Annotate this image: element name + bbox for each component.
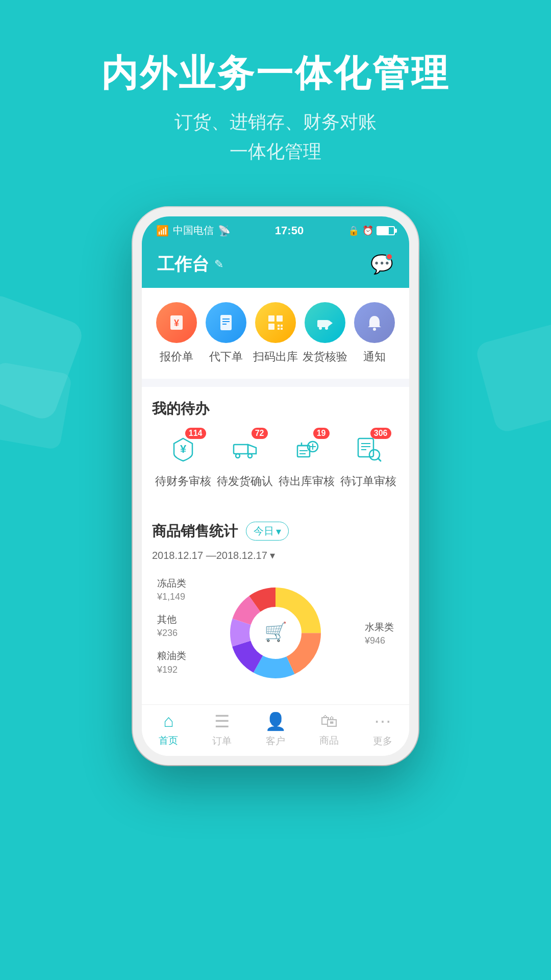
task-delivery-wrap: 72	[227, 431, 263, 467]
action-notify[interactable]: 通知	[349, 302, 399, 364]
svg-rect-13	[317, 320, 329, 327]
task-finance-wrap: ¥ 114	[165, 431, 201, 467]
task-order-review[interactable]: 306 待订单审核	[340, 431, 396, 489]
phone-inner: 📶 中国电信 📡 17:50 🔒 ⏰ 工作台 ✎	[142, 216, 409, 756]
app-header: 工作台 ✎ 💬	[142, 243, 409, 288]
carrier-name: 中国电信	[173, 224, 214, 237]
action-scan[interactable]: 扫码出库	[251, 302, 300, 364]
finance-badge: 114	[185, 428, 206, 439]
task-warehouse[interactable]: 19 待出库审核	[279, 431, 335, 489]
nav-products[interactable]: 🛍 商品	[302, 711, 356, 748]
date-filter-button[interactable]: 今日 ▾	[246, 522, 289, 541]
order-icon	[206, 302, 246, 343]
svg-rect-31	[358, 438, 373, 457]
svg-text:🛒: 🛒	[264, 621, 287, 643]
signal-icon: 📶	[156, 225, 169, 237]
nav-orders[interactable]: ☰ 订单	[195, 711, 249, 748]
fruit-label: 水果类¥946	[365, 621, 394, 648]
app-title-area: 工作台 ✎	[157, 253, 223, 276]
chart-labels-left: 冻品类¥1,149 其他¥236 粮油类¥192	[157, 577, 186, 677]
chevron-down-icon-2: ▾	[270, 550, 275, 561]
task-order-review-wrap: 306	[350, 431, 386, 467]
svg-rect-2	[220, 315, 232, 330]
lock-icon: 🔒	[348, 225, 359, 236]
finance-label: 待财务审核	[155, 474, 211, 489]
scan-label: 扫码出库	[253, 349, 298, 364]
products-icon: 🛍	[320, 711, 338, 731]
frozen-label: 冻品类¥1,149	[157, 577, 186, 604]
grain-label: 粮油类¥192	[157, 649, 186, 676]
action-quotation[interactable]: ¥ 报价单	[152, 302, 202, 364]
home-label: 首页	[159, 734, 178, 747]
svg-text:¥: ¥	[180, 443, 186, 455]
delivery-badge: 72	[252, 428, 268, 439]
status-time: 17:50	[275, 224, 304, 237]
home-icon: ⌂	[163, 711, 174, 731]
action-ship[interactable]: 发货核验	[300, 302, 349, 364]
svg-rect-10	[281, 325, 283, 327]
nav-more[interactable]: ⋯ 更多	[356, 711, 409, 748]
order-label: 代下单	[209, 349, 243, 364]
header-section: 内外业务一体化管理 订货、进销存、财务对账 一体化管理	[0, 0, 551, 197]
alarm-icon: ⏰	[362, 225, 373, 236]
date-range-text: 2018.12.17 —2018.12.17 ▾	[152, 549, 275, 561]
svg-line-36	[378, 458, 381, 461]
products-label: 商品	[319, 734, 339, 747]
svg-marker-14	[329, 320, 333, 326]
tasks-grid: ¥ 114 待财务审核	[152, 431, 399, 489]
svg-rect-19	[234, 445, 248, 454]
task-warehouse-wrap: 19	[289, 431, 324, 467]
svg-marker-20	[248, 445, 256, 454]
chat-button[interactable]: 💬	[369, 252, 394, 277]
main-title: 内外业务一体化管理	[0, 51, 551, 95]
svg-point-16	[325, 327, 328, 330]
customers-icon: 👤	[265, 711, 286, 731]
battery-icon	[377, 226, 395, 235]
donut-svg: 🛒	[224, 582, 327, 684]
action-order[interactable]: 代下单	[202, 302, 251, 364]
edit-icon[interactable]: ✎	[214, 258, 223, 271]
warehouse-label: 待出库审核	[279, 474, 335, 489]
more-icon: ⋯	[374, 711, 391, 731]
nav-home[interactable]: ⌂ 首页	[142, 711, 195, 748]
warehouse-badge: 19	[313, 428, 330, 439]
stats-header: 商品销售统计 今日 ▾ 2018.12.17 —2018.12.17 ▾	[152, 522, 399, 561]
divider-1	[142, 379, 409, 387]
orders-label: 订单	[212, 734, 232, 748]
ship-label: 发货核验	[303, 349, 347, 364]
svg-text:¥: ¥	[174, 318, 179, 328]
quick-actions-section: ¥ 报价单 代下单	[142, 288, 409, 379]
task-delivery[interactable]: 72 待发货确认	[217, 431, 273, 489]
notification-dot	[386, 253, 393, 260]
svg-rect-7	[277, 315, 283, 322]
notify-label: 通知	[363, 349, 386, 364]
ship-icon	[305, 302, 345, 343]
other-label: 其他¥236	[157, 613, 186, 640]
more-label: 更多	[373, 734, 392, 748]
svg-rect-12	[281, 328, 283, 330]
status-bar: 📶 中国电信 📡 17:50 🔒 ⏰	[142, 216, 409, 243]
svg-rect-8	[268, 324, 274, 330]
chevron-down-icon: ▾	[276, 525, 281, 537]
order-review-label: 待订单审核	[340, 474, 396, 489]
main-subtitle: 订货、进销存、财务对账 一体化管理	[0, 107, 551, 166]
phone-outer: 📶 中国电信 📡 17:50 🔒 ⏰ 工作台 ✎	[133, 207, 418, 765]
delivery-label: 待发货确认	[217, 474, 273, 489]
status-right: 🔒 ⏰	[348, 225, 395, 236]
bottom-nav: ⌂ 首页 ☰ 订单 👤 客户 🛍 商品 ⋯ 更多	[142, 704, 409, 756]
svg-point-15	[319, 327, 322, 330]
svg-rect-11	[278, 328, 280, 330]
order-review-badge: 306	[370, 428, 391, 439]
svg-point-21	[236, 454, 240, 458]
chart-labels-right: 水果类¥946	[365, 621, 394, 648]
donut-chart-area: 冻品类¥1,149 其他¥236 粮油类¥192	[152, 572, 399, 694]
nav-customers[interactable]: 👤 客户	[249, 711, 303, 748]
svg-rect-9	[278, 325, 280, 327]
stats-title: 商品销售统计	[152, 522, 238, 541]
tasks-title: 我的待办	[152, 399, 399, 419]
notify-icon	[354, 302, 395, 343]
svg-point-17	[373, 328, 376, 331]
wifi-icon: 📡	[218, 225, 231, 237]
task-finance[interactable]: ¥ 114 待财务审核	[155, 431, 211, 489]
app-title: 工作台	[157, 253, 209, 276]
